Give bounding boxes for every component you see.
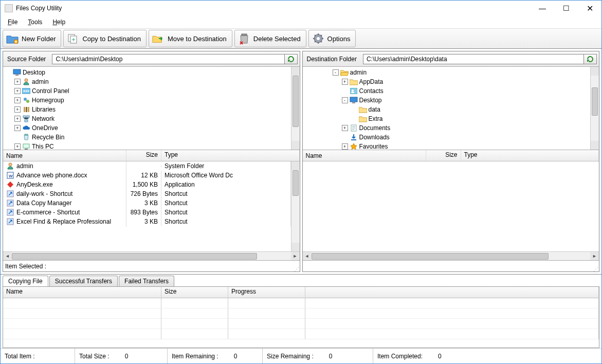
grid-col-rest	[305, 287, 599, 298]
list-item[interactable]: Excel Find & Replace Professional3 KBSho…	[3, 217, 291, 226]
tree-item[interactable]: +Libraries	[3, 105, 291, 114]
source-tree[interactable]: .Desktop+admin+Control Panel+Homegroup+L…	[3, 67, 300, 150]
tree-item[interactable]: +Favourites	[303, 142, 591, 150]
list-item[interactable]: daily-work - Shortcut726 BytesShortcut	[3, 189, 291, 198]
documents-icon	[350, 124, 358, 132]
grid-col-size[interactable]: Size	[161, 287, 228, 298]
expand-toggle[interactable]: +	[14, 116, 21, 122]
shortcut-icon	[6, 208, 14, 216]
list-item[interactable]: WAdvance web phone.docx12 KBMicrosoft Of…	[3, 171, 291, 180]
list-item[interactable]: adminSystem Folder	[3, 161, 291, 171]
tab-failed-transfers[interactable]: Failed Transfers	[119, 276, 174, 286]
destination-path-input[interactable]	[363, 54, 583, 64]
svg-rect-34	[352, 102, 355, 103]
libraries-icon	[22, 105, 30, 114]
close-button[interactable]: ✕	[578, 1, 601, 16]
total-size-value: 0	[125, 353, 129, 360]
source-refresh-button[interactable]	[284, 54, 298, 64]
source-path-input[interactable]	[52, 54, 284, 64]
tree-item[interactable]: +Control Panel	[3, 86, 291, 96]
tree-item[interactable]: .data	[303, 105, 591, 114]
svg-rect-31	[350, 88, 357, 94]
size-remaining-label: Size Remaining :	[267, 353, 314, 360]
grid-col-progress[interactable]: Progress	[228, 287, 305, 298]
list-item[interactable]: AnyDesk.exe1,500 KBApplication	[3, 180, 291, 189]
svg-rect-19	[27, 116, 29, 118]
minimize-button[interactable]: —	[531, 1, 554, 16]
dest-tree-scrollbar[interactable]	[590, 67, 599, 150]
folder-icon	[359, 115, 367, 123]
expand-toggle[interactable]: +	[342, 125, 348, 131]
transfers-area: Copying File Successful Transfers Failed…	[1, 274, 601, 348]
expand-toggle[interactable]: +	[14, 106, 21, 113]
source-pane: Source Folder .Desktop+admin+Control Pan…	[3, 51, 300, 272]
downloads-icon	[350, 133, 358, 141]
col-type[interactable]: Type	[161, 150, 300, 161]
tree-item[interactable]: .Contacts	[303, 86, 591, 96]
source-list-header[interactable]: Name Size Type	[3, 150, 300, 161]
tab-successful-transfers[interactable]: Successful Transfers	[49, 276, 118, 286]
tree-item[interactable]: .Downloads	[303, 133, 591, 142]
expand-toggle[interactable]: +	[14, 143, 21, 150]
resize-grip[interactable]	[294, 265, 299, 270]
col-name[interactable]: Name	[3, 150, 126, 161]
options-button[interactable]: Options	[308, 30, 356, 47]
col-size[interactable]: Size	[126, 150, 161, 161]
source-tree-scrollbar[interactable]	[291, 67, 300, 150]
tree-item[interactable]: +OneDrive	[3, 123, 291, 133]
file-size: 893 Bytes	[126, 208, 161, 217]
menu-tools[interactable]: Tools	[24, 17, 46, 27]
expand-toggle[interactable]: +	[14, 79, 21, 85]
new-folder-button[interactable]: New Folder	[3, 30, 61, 47]
dest-list-header[interactable]: Name Size Type	[303, 150, 599, 161]
tree-item[interactable]: +Network	[3, 114, 291, 123]
menu-file[interactable]: File	[4, 17, 22, 27]
tree-item[interactable]: +Homegroup	[3, 96, 291, 105]
expand-toggle[interactable]: +	[342, 143, 348, 150]
toolbar: New Folder Copy to Destination Move to D…	[1, 28, 601, 49]
menu-help[interactable]: Help	[48, 17, 69, 27]
tree-item[interactable]: +AppData	[303, 77, 591, 86]
delete-icon	[238, 32, 250, 45]
list-item[interactable]: Data Copy Manager3 KBShortcut	[3, 198, 291, 208]
expand-toggle[interactable]: -	[342, 97, 348, 103]
tree-item[interactable]: -admin	[303, 68, 591, 77]
col-size[interactable]: Size	[426, 150, 461, 161]
expand-toggle[interactable]: +	[14, 125, 21, 131]
source-hscroll[interactable]: ◄ ►	[3, 251, 300, 260]
maximize-button[interactable]: ☐	[554, 1, 578, 16]
tree-item[interactable]: -Desktop	[303, 96, 591, 105]
destination-tree[interactable]: -admin+AppData.Contacts-Desktop.data.Ext…	[303, 67, 599, 150]
list-item[interactable]: E-commerce - Shortcut893 BytesShortcut	[3, 208, 291, 217]
grid-col-name[interactable]: Name	[3, 287, 161, 298]
tree-item[interactable]: +admin	[3, 77, 291, 86]
tab-copying-file[interactable]: Copying File	[3, 276, 48, 286]
expand-toggle[interactable]: +	[14, 88, 21, 94]
source-list-scrollbar[interactable]	[291, 161, 300, 251]
expand-toggle[interactable]: +	[342, 79, 348, 85]
tree-item-label: OneDrive	[32, 124, 58, 132]
tree-item[interactable]: +This PC	[3, 142, 291, 150]
svg-rect-7	[15, 75, 19, 76]
copy-to-destination-button[interactable]: Copy to Destination	[63, 30, 146, 47]
transfer-grid[interactable]: Name Size Progress	[3, 286, 599, 348]
tree-item[interactable]: .Recycle Bin	[3, 133, 291, 142]
col-name[interactable]: Name	[303, 150, 426, 161]
resize-grip[interactable]	[593, 265, 598, 270]
delete-selected-button[interactable]: Delete Selected	[234, 30, 306, 47]
tree-item-label: Libraries	[32, 106, 56, 113]
svg-rect-36	[351, 139, 356, 140]
docx-icon: W	[6, 171, 14, 179]
expand-toggle[interactable]: -	[333, 69, 339, 76]
tree-item[interactable]: .Extra	[303, 114, 591, 123]
window-title: Files Copy Utility	[16, 5, 62, 12]
expand-toggle[interactable]: +	[14, 97, 21, 103]
move-to-destination-button[interactable]: Move to Destination	[149, 30, 232, 47]
destination-folder-label: Destination Folder	[305, 56, 359, 63]
col-type[interactable]: Type	[461, 150, 599, 161]
destination-refresh-button[interactable]	[583, 54, 597, 64]
tree-item[interactable]: .Desktop	[3, 68, 291, 77]
refresh-icon	[586, 55, 594, 63]
tree-item[interactable]: +Documents	[303, 123, 591, 133]
dest-hscroll[interactable]: ◄ ►	[303, 251, 599, 260]
